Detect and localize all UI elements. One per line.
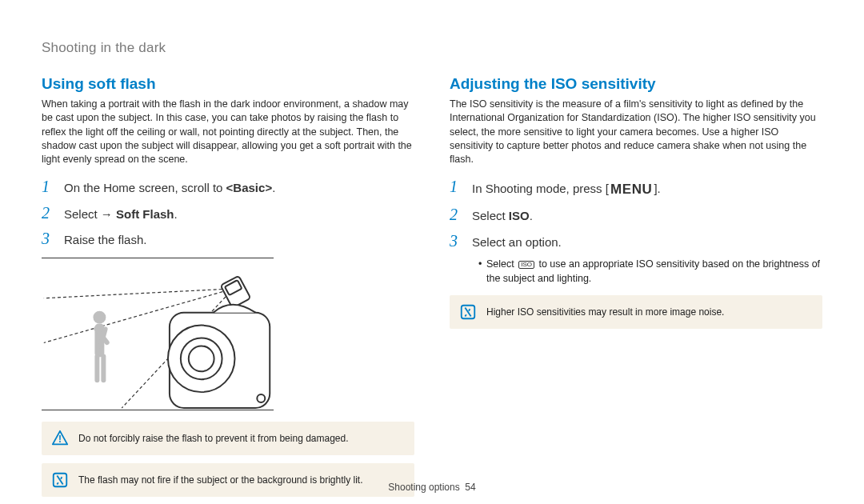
step-text-pre: In Shooting mode, press [ (472, 181, 609, 194)
note-icon (459, 303, 477, 321)
sub-post: to use an appropriate ISO sensitivity ba… (486, 258, 820, 284)
note-callout: Higher ISO sensitivities may result in m… (450, 295, 822, 329)
warning-text: Do not forcibly raise the flash to preve… (78, 432, 349, 445)
step-text: In Shooting mode, press [MENU]. (472, 179, 661, 200)
note-text: Higher ISO sensitivities may result in m… (486, 306, 724, 318)
step-number: 2 (42, 204, 53, 222)
right-heading: Adjusting the ISO sensitivity (450, 75, 822, 93)
step-text-pre: Select (64, 207, 101, 221)
page-footer: Shooting options 54 (0, 482, 864, 493)
svg-point-3 (93, 310, 106, 323)
step-3: 3 Select an option. (450, 232, 822, 252)
arrow-icon: → (101, 207, 116, 221)
left-steps: 1 On the Home screen, scroll to <Basic>.… (42, 178, 414, 250)
step-text-pre: Select (472, 209, 509, 222)
page-header: Shooting in the dark (42, 40, 822, 56)
step-text-pre: On the Home screen, scroll to (64, 181, 226, 194)
right-column: Adjusting the ISO sensitivity The ISO se… (450, 75, 822, 497)
step-2: 2 Select → Soft Flash. (42, 204, 414, 224)
footer-page: 54 (465, 482, 475, 493)
sub-pre: Select (486, 258, 517, 270)
sub-bullet: Select ISO to use an appropriate ISO sen… (478, 258, 822, 286)
step-number: 3 (42, 230, 53, 248)
step-text: Raise the flash. (64, 231, 146, 250)
step-text-bold: <Basic> (226, 181, 273, 194)
menu-icon: MENU (609, 179, 654, 200)
left-column: Using soft flash When taking a portrait … (42, 75, 414, 497)
sub-bullet-list: Select ISO to use an appropriate ISO sen… (450, 258, 822, 286)
footer-section: Shooting options (388, 482, 459, 493)
step-1: 1 In Shooting mode, press [MENU]. (450, 178, 822, 199)
step-text: Select an option. (472, 234, 562, 252)
warning-callout: ! Do not forcibly raise the flash to pre… (42, 422, 414, 455)
step-text: Select → Soft Flash. (64, 206, 178, 224)
right-body: The ISO sensitivity is the measure of a … (450, 98, 822, 166)
step-text-post: . (272, 181, 275, 194)
step-number: 3 (450, 232, 461, 250)
step-text: On the Home screen, scroll to <Basic>. (64, 179, 275, 198)
step-3: 3 Raise the flash. (42, 230, 414, 250)
left-body: When taking a portrait with the flash in… (42, 98, 414, 166)
step-text: Select ISO. (472, 207, 533, 226)
camera-illustration (42, 263, 274, 410)
svg-point-15 (257, 394, 265, 402)
warning-icon: ! (51, 430, 69, 447)
step-1: 1 On the Home screen, scroll to <Basic>. (42, 178, 414, 198)
step-number: 1 (450, 178, 461, 196)
svg-point-12 (189, 346, 214, 371)
content-columns: Using soft flash When taking a portrait … (42, 75, 822, 497)
step-number: 1 (42, 178, 53, 196)
separator-line (42, 258, 274, 258)
step-text-post: . (174, 207, 178, 221)
iso-auto-icon: ISO (518, 261, 534, 269)
step-text-bold: Soft Flash (116, 207, 174, 221)
step-2: 2 Select ISO. (450, 206, 822, 226)
right-steps: 1 In Shooting mode, press [MENU]. 2 Sele… (450, 178, 822, 251)
step-number: 2 (450, 206, 461, 224)
svg-rect-7 (94, 354, 99, 382)
svg-rect-8 (101, 354, 106, 382)
left-heading: Using soft flash (42, 75, 414, 93)
svg-text:!: ! (58, 433, 62, 444)
step-text-post: ]. (654, 181, 660, 194)
step-text-post: . (530, 209, 533, 222)
step-text-bold: ISO (509, 209, 530, 222)
